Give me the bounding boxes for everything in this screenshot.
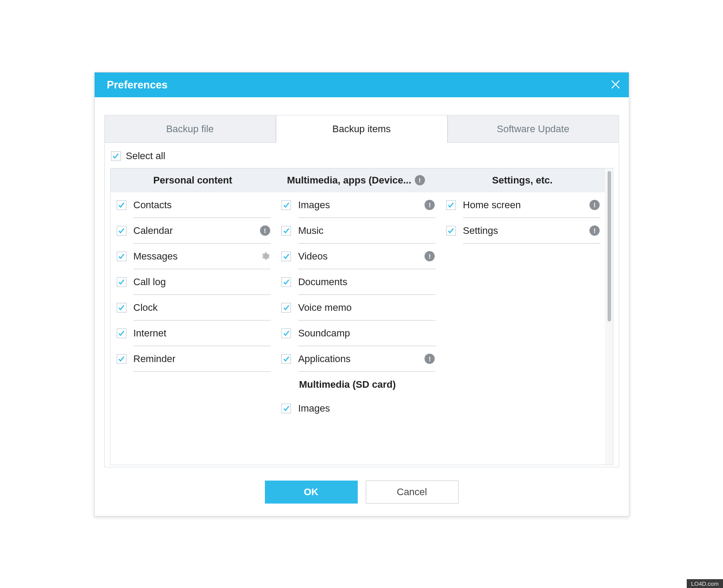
item-checkbox[interactable]: [281, 328, 291, 338]
info-icon[interactable]: !: [414, 175, 425, 186]
info-icon[interactable]: !: [589, 199, 601, 211]
item-label: Voice memo: [298, 302, 417, 313]
list-item: Internet: [111, 321, 275, 346]
cancel-button[interactable]: Cancel: [366, 481, 459, 504]
column-header-personal: Personal content: [111, 168, 275, 192]
icon-slot-empty: [259, 302, 271, 313]
icon-slot-empty: [424, 276, 436, 288]
item-label: Music: [298, 225, 417, 237]
item-label: Reminder: [134, 353, 252, 365]
tabs: Backup file Backup items Software Update: [104, 115, 619, 143]
info-icon[interactable]: !: [424, 251, 436, 262]
scrollbar-thumb[interactable]: [608, 171, 611, 321]
icon-slot-empty: [259, 328, 271, 339]
list-item: Voice memo: [275, 295, 440, 321]
column-header-settings: Settings, etc.: [440, 168, 605, 192]
item-checkbox[interactable]: [117, 200, 126, 210]
backup-items-table: Personal content ContactsCalendar!Messag…: [110, 168, 613, 465]
icon-slot-empty: [424, 225, 436, 237]
item-checkbox[interactable]: [281, 226, 291, 236]
item-checkbox[interactable]: [117, 303, 126, 313]
icon-slot-empty: [259, 353, 271, 365]
list-item: Home screen!: [440, 192, 605, 218]
tab-backup-file[interactable]: Backup file: [104, 115, 276, 143]
list-item: Call log: [111, 269, 275, 295]
subheader-sd-card: Multimedia (SD card): [275, 372, 440, 396]
item-label: Call log: [134, 276, 252, 288]
info-icon[interactable]: !: [589, 225, 601, 237]
item-label: Videos: [298, 251, 417, 262]
list-item: Videos!: [275, 244, 440, 269]
close-icon[interactable]: [611, 79, 620, 91]
column-header-label: Settings, etc.: [492, 175, 553, 186]
item-checkbox[interactable]: [281, 354, 291, 364]
item-checkbox[interactable]: [117, 354, 126, 364]
list-item: Reminder: [111, 346, 275, 372]
list-item: Images: [275, 396, 440, 421]
item-checkbox[interactable]: [117, 328, 126, 338]
list-item: Documents: [275, 269, 440, 295]
column-settings: Settings, etc. Home screen!Settings!: [440, 168, 605, 465]
item-label: Images: [298, 403, 417, 414]
item-label: Contacts: [134, 199, 252, 211]
item-checkbox[interactable]: [117, 252, 126, 261]
item-label: Documents: [298, 276, 417, 288]
list-item: Clock: [111, 295, 275, 321]
icon-slot-empty: [259, 199, 271, 211]
info-icon[interactable]: !: [259, 225, 271, 237]
info-icon[interactable]: !: [424, 353, 436, 365]
item-checkbox[interactable]: [117, 277, 126, 287]
dialog-title: Preferences: [107, 79, 168, 91]
item-label: Soundcamp: [298, 328, 417, 339]
select-all-label: Select all: [126, 150, 165, 162]
icon-slot-empty: [424, 302, 436, 313]
list-item: Applications!: [275, 346, 440, 372]
column-multimedia: Multimedia, apps (Device... ! Images!Mus…: [275, 168, 440, 465]
item-checkbox[interactable]: [117, 226, 126, 236]
info-icon[interactable]: !: [424, 199, 436, 211]
list-item: Settings!: [440, 218, 605, 244]
item-checkbox[interactable]: [446, 226, 456, 236]
item-checkbox[interactable]: [281, 252, 291, 261]
list-item: Music: [275, 218, 440, 244]
item-checkbox[interactable]: [281, 404, 291, 413]
select-all-row: Select all: [110, 149, 613, 168]
watermark: LO4D.com: [687, 579, 723, 588]
preferences-dialog: Preferences Backup file Backup items Sof…: [94, 72, 629, 516]
column-header-label: Personal content: [153, 175, 232, 186]
item-label: Applications: [298, 353, 417, 365]
column-personal: Personal content ContactsCalendar!Messag…: [111, 168, 275, 465]
icon-slot-empty: [424, 328, 436, 339]
list-item: Images!: [275, 192, 440, 218]
scrollbar[interactable]: [605, 168, 613, 465]
list-item: Soundcamp: [275, 321, 440, 346]
item-checkbox[interactable]: [446, 200, 456, 210]
item-label: Internet: [134, 328, 252, 339]
item-label: Home screen: [463, 199, 582, 211]
tab-software-update[interactable]: Software Update: [448, 115, 619, 143]
item-label: Clock: [134, 302, 252, 313]
column-header-label: Multimedia, apps (Device...: [287, 175, 411, 186]
select-all-checkbox[interactable]: [111, 151, 121, 161]
gear-icon[interactable]: [259, 251, 271, 262]
icon-slot-empty: [259, 276, 271, 288]
list-item: Calendar!: [111, 218, 275, 244]
tab-backup-items[interactable]: Backup items: [276, 115, 448, 143]
item-checkbox[interactable]: [281, 303, 291, 313]
ok-button[interactable]: OK: [265, 481, 358, 504]
item-label: Messages: [134, 251, 252, 262]
item-label: Calendar: [134, 225, 252, 237]
item-label: Settings: [463, 225, 582, 237]
item-label: Images: [298, 199, 417, 211]
titlebar: Preferences: [95, 73, 629, 97]
dialog-buttons: OK Cancel: [95, 467, 629, 516]
list-item: Messages: [111, 244, 275, 269]
icon-slot-empty: [424, 403, 436, 414]
column-header-multimedia: Multimedia, apps (Device... !: [275, 168, 440, 192]
list-item: Contacts: [111, 192, 275, 218]
item-checkbox[interactable]: [281, 200, 291, 210]
item-checkbox[interactable]: [281, 277, 291, 287]
